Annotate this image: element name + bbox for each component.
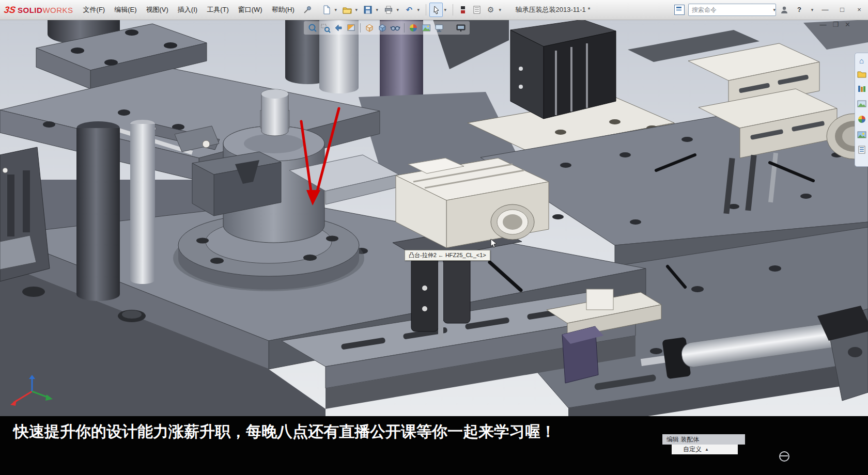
brand-solid: SOLID [18,6,42,14]
menu-view[interactable]: 视图(V) [142,0,173,20]
cad-assembly-scene[interactable] [0,20,868,475]
open-button[interactable] [340,3,354,17]
task-pane-scenes-icon[interactable] [857,131,866,141]
undo-icon: ↶ [406,5,412,14]
open-folder-icon [343,5,352,14]
solidworks-logo: 3S SOLID WORKS [0,5,79,15]
section-view-icon[interactable] [346,22,357,34]
search-input[interactable] [689,6,772,13]
menu-file[interactable]: 文件(F) [79,0,110,20]
document-window-controls: — ❐ ✕ [819,21,850,28]
search-box: ▾ [688,4,776,16]
undo-caret-icon[interactable]: ▾ [416,7,421,12]
toolbar-separator [404,23,405,33]
status-custom-label: 自定义 [683,445,702,454]
save-icon [363,5,373,14]
zoom-fit-icon[interactable] [307,22,318,34]
print-icon [384,5,393,14]
document-close-button[interactable]: ✕ [845,21,850,28]
print-caret-icon[interactable]: ▾ [395,7,400,12]
search-area: ▾ ? ▾ — □ × [674,0,866,20]
task-pane-view-palette-icon[interactable] [857,100,866,110]
menu-window[interactable]: 窗口(W) [234,0,267,20]
save-button[interactable] [361,3,375,17]
undo-button[interactable]: ↶ [402,3,416,17]
task-pane-custom-properties-icon[interactable] [857,146,866,156]
task-pane-design-library-icon[interactable] [857,85,866,95]
previous-view-icon[interactable] [333,22,344,34]
menu-edit[interactable]: 编辑(E) [110,0,141,20]
search-caret-icon[interactable]: ▾ [773,7,776,12]
status-editing-label: 编辑 装配体 [662,434,745,445]
web-status-icon[interactable] [779,451,789,462]
new-document-caret-icon[interactable]: ▾ [333,7,338,12]
document-minimize-button[interactable]: — [819,21,826,28]
close-button[interactable]: × [853,0,866,20]
heads-up-view-toolbar [304,21,470,35]
task-pane-home-icon[interactable]: ⌂ [859,57,864,65]
mouse-cursor [490,239,499,250]
apply-scene-icon[interactable] [421,22,432,34]
menu-insert[interactable]: 插入(I) [173,0,202,20]
minimize-button[interactable]: — [818,0,832,20]
zoom-to-area-icon[interactable] [320,22,331,34]
full-screen-icon[interactable] [455,22,467,34]
document-title: 轴承压装总装2013-11-1 * [465,0,641,20]
save-caret-icon[interactable]: ▾ [375,7,380,12]
task-pane-strip: ⌂ [855,53,868,167]
view-orientation-icon[interactable] [364,22,375,34]
solidworks-window: 3S SOLID WORKS 文件(F) 编辑(E) 视图(V) 插入(I) 工… [0,0,868,475]
hide-show-items-icon[interactable] [390,22,401,34]
help-caret-icon[interactable]: ▾ [810,7,815,12]
document-restore-button[interactable]: ❐ [832,21,839,28]
promo-banner: 快速提升你的设计能力涨薪升职，每晚八点还有直播公开课等你一起来学习喔！ [0,416,868,475]
toolbar-separator [426,4,426,15]
view-settings-icon[interactable] [433,22,445,34]
new-document-button[interactable] [320,3,333,17]
user-account-icon[interactable] [780,5,789,14]
search-scope-icon[interactable] [674,5,685,15]
display-style-icon[interactable] [377,22,388,34]
dassault-logo-icon: 3S [4,5,17,15]
help-button[interactable]: ? [793,0,806,20]
menubar: 文件(F) 编辑(E) 视图(V) 插入(I) 工具(T) 窗口(W) 帮助(H… [79,0,299,20]
select-caret-icon[interactable]: ▾ [443,7,448,12]
edit-appearance-icon[interactable] [408,22,419,34]
open-caret-icon[interactable]: ▾ [354,7,359,12]
feature-tooltip: 凸台-拉伸2 ← HFZ25_CL_<1> [405,250,490,261]
status-custom-dropdown[interactable]: 自定义 ▲ [672,445,738,454]
task-pane-file-explorer-icon[interactable] [857,70,866,80]
toolbar-separator [453,4,453,15]
select-button[interactable] [429,3,443,17]
toolbar-separator [360,23,361,33]
menu-help[interactable]: 帮助(H) [267,0,299,20]
titlebar: 3S SOLID WORKS 文件(F) 编辑(E) 视图(V) 插入(I) 工… [0,0,868,20]
print-button[interactable] [382,3,395,17]
brand-works: WORKS [42,6,73,14]
graphics-viewport[interactable]: — ❐ ✕ ⌂ 凸台-拉伸2 ← HFZ25_CL_<1> [0,20,868,475]
pin-menu-icon[interactable] [302,5,313,15]
orientation-triad [5,375,57,419]
chevron-up-icon: ▲ [705,445,709,454]
task-pane-appearances-icon[interactable] [857,115,866,126]
menu-tools[interactable]: 工具(T) [202,0,234,20]
restore-button[interactable]: □ [835,0,849,20]
select-cursor-icon [431,5,441,14]
new-document-icon [322,5,331,14]
